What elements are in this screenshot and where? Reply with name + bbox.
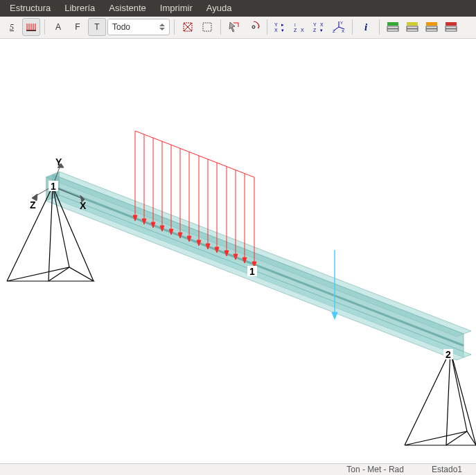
release-icon bbox=[247, 21, 260, 33]
axis-zx-button[interactable]: ↕ ZX bbox=[291, 18, 309, 36]
table-green-button[interactable] bbox=[384, 18, 402, 36]
svg-text:Z: Z bbox=[313, 28, 317, 33]
table-orange-button[interactable] bbox=[423, 18, 441, 36]
separator bbox=[220, 19, 221, 35]
svg-text:X: X bbox=[274, 28, 278, 33]
combo-spin-icon bbox=[159, 24, 165, 30]
select-box-icon bbox=[182, 21, 194, 33]
menu-imprimir[interactable]: Imprimir bbox=[153, 0, 200, 16]
menu-asistente[interactable]: Asistente bbox=[102, 0, 152, 16]
svg-line-54 bbox=[450, 350, 476, 445]
svg-rect-37 bbox=[426, 26, 437, 28]
svg-text:Y: Y bbox=[313, 22, 317, 27]
menu-ayuda[interactable]: Ayuda bbox=[200, 0, 239, 16]
svg-rect-31 bbox=[387, 26, 398, 28]
svg-rect-30 bbox=[387, 22, 398, 26]
svg-marker-87 bbox=[332, 312, 337, 319]
menu-libreria[interactable]: Librería bbox=[58, 0, 102, 16]
info-button[interactable]: i bbox=[357, 18, 375, 36]
svg-rect-38 bbox=[426, 29, 437, 31]
svg-line-53 bbox=[446, 350, 450, 445]
svg-rect-36 bbox=[426, 22, 437, 26]
menu-estructura[interactable]: Estructura bbox=[3, 0, 58, 16]
node-2-label: 2 bbox=[446, 349, 451, 360]
table-green-icon bbox=[387, 21, 399, 33]
svg-text:X: X bbox=[342, 29, 344, 33]
menubar: Estructura Librería Asistente Imprimir A… bbox=[0, 0, 476, 17]
svg-rect-41 bbox=[446, 29, 457, 31]
beam bbox=[46, 172, 471, 360]
scene-svg: X Y Z 1 2 1 bbox=[0, 39, 476, 461]
svg-rect-34 bbox=[407, 26, 418, 28]
svg-text:X: X bbox=[320, 22, 324, 27]
axis-yz-button[interactable]: YX Z▾ bbox=[310, 18, 328, 36]
load-diagram-icon bbox=[25, 21, 37, 33]
table-yellow-button[interactable] bbox=[403, 18, 421, 36]
status-units: Ton - Met - Rad bbox=[346, 465, 404, 474]
svg-rect-35 bbox=[407, 29, 418, 31]
svg-text:Y: Y bbox=[274, 22, 278, 27]
axis-yx-button[interactable]: Y▸ X▾ bbox=[272, 18, 290, 36]
svg-marker-44 bbox=[46, 195, 471, 360]
load-value-label: 1 bbox=[249, 266, 255, 277]
table-red-button[interactable] bbox=[442, 18, 460, 36]
axis-yz-icon: YX Z▾ bbox=[313, 21, 326, 33]
svg-text:▾: ▾ bbox=[281, 28, 284, 33]
svg-text:X: X bbox=[301, 28, 304, 33]
axis-3d-button[interactable]: Y Z X bbox=[330, 18, 348, 36]
svg-rect-33 bbox=[407, 22, 418, 26]
table-orange-icon bbox=[425, 21, 438, 33]
svg-point-12 bbox=[252, 26, 255, 28]
svg-text:Z: Z bbox=[294, 28, 297, 33]
table-red-icon bbox=[445, 21, 457, 33]
separator bbox=[379, 19, 380, 35]
svg-text:▸: ▸ bbox=[281, 22, 284, 27]
separator bbox=[44, 19, 45, 35]
axis-z-label: Z bbox=[30, 199, 36, 210]
axis-3d-icon: Y Z X bbox=[333, 21, 345, 33]
svg-line-46 bbox=[53, 186, 464, 346]
separator bbox=[352, 19, 353, 35]
filter-combo[interactable]: Todo bbox=[107, 19, 170, 35]
svg-text:↕: ↕ bbox=[294, 22, 297, 27]
support-right bbox=[405, 350, 476, 445]
load-diagram-button[interactable] bbox=[22, 18, 40, 36]
letter-f-button[interactable]: F bbox=[69, 18, 87, 36]
svg-line-55 bbox=[450, 350, 467, 431]
svg-text:Y: Y bbox=[340, 21, 343, 25]
toolbar: 5 A F T Todo bbox=[0, 17, 476, 39]
separator bbox=[174, 19, 175, 35]
svg-line-52 bbox=[405, 350, 450, 445]
filter-combo-value: Todo bbox=[112, 22, 130, 32]
table-yellow-icon bbox=[406, 21, 418, 33]
axis-yx-icon: Y▸ X▾ bbox=[274, 21, 287, 33]
svg-rect-39 bbox=[446, 22, 457, 26]
axis-y-label: Y bbox=[55, 156, 62, 168]
axis-x-label: X bbox=[80, 200, 87, 211]
letter-a-button[interactable]: A bbox=[49, 18, 67, 36]
svg-text:▾: ▾ bbox=[320, 28, 323, 33]
status-state: Estado1 bbox=[432, 465, 462, 474]
select-window-icon bbox=[201, 21, 213, 33]
axis-zx-icon: ↕ ZX bbox=[294, 21, 306, 33]
select-window-button[interactable] bbox=[198, 18, 216, 36]
select-box-button[interactable] bbox=[179, 18, 197, 36]
viewport-3d[interactable]: X Y Z 1 2 1 bbox=[0, 39, 476, 463]
svg-text:Z: Z bbox=[333, 29, 335, 33]
release-button[interactable] bbox=[245, 18, 263, 36]
svg-rect-32 bbox=[387, 29, 398, 31]
node-1-label: 1 bbox=[51, 181, 56, 192]
statusbar: Ton - Met - Rad Estado1 bbox=[0, 463, 476, 475]
svg-rect-9 bbox=[203, 23, 211, 31]
letter-t-button[interactable]: T bbox=[88, 18, 106, 36]
svg-rect-40 bbox=[446, 26, 457, 28]
cursor-button[interactable] bbox=[225, 18, 243, 36]
separator bbox=[267, 19, 267, 35]
cursor-icon bbox=[228, 21, 240, 33]
node-number-button[interactable]: 5 bbox=[3, 18, 21, 36]
